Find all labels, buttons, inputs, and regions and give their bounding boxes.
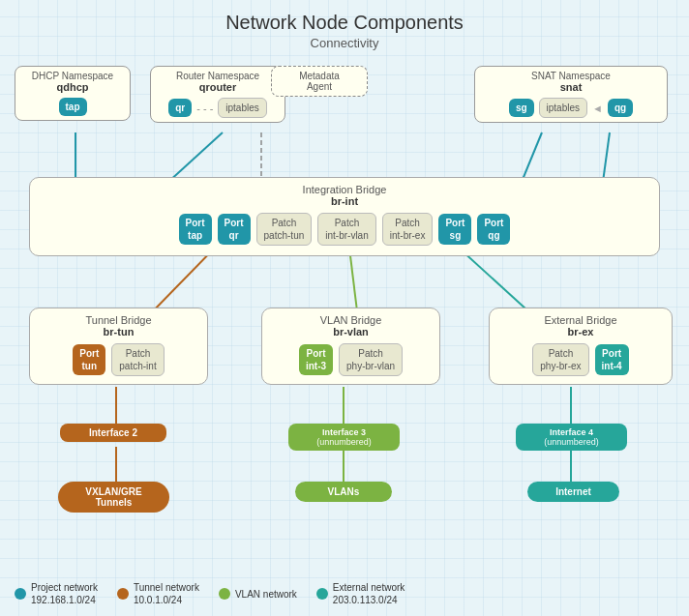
dhcp-namespace: DHCP Namespace qdhcp tap <box>15 66 131 121</box>
router-ns-title: Router Namespace <box>159 71 277 81</box>
qg-port-snat[interactable]: qg <box>608 99 633 117</box>
patch-patch-int[interactable]: Patchpatch-int <box>111 343 164 376</box>
vlan-bridge-name: br-vlan <box>270 326 432 337</box>
project-network-dot <box>15 588 26 600</box>
external-network-dot <box>316 588 328 600</box>
vlans-dest-label: VLANs <box>328 486 360 497</box>
metadata-name: Agent <box>278 81 361 92</box>
port-sg[interactable]: Portsg <box>438 214 471 245</box>
router-ns-name: qrouter <box>159 81 277 93</box>
tunnel-bridge-name: br-tun <box>38 326 199 337</box>
port-int4[interactable]: Portint-4 <box>595 344 629 375</box>
internet-dest: Internet <box>527 482 619 502</box>
port-qr[interactable]: Portqr <box>218 214 251 245</box>
interface2-label: Interface 2 <box>89 427 137 438</box>
tunnel-bridge: Tunnel Bridge br-tun Porttun Patchpatch-… <box>29 308 208 385</box>
tunnel-dest: VXLAN/GRETunnels <box>58 482 169 513</box>
dhcp-ns-title: DHCP Namespace <box>23 71 122 81</box>
external-bridge: External Bridge br-ex Patchphy-br-ex Por… <box>489 308 673 385</box>
vlan-bridge-title: VLAN Bridge <box>270 314 432 326</box>
int-bridge-name: br-int <box>40 195 649 207</box>
router-namespace: Router Namespace qrouter qr - - - iptabl… <box>150 66 285 123</box>
interface-3: Interface 3(unnumbered) <box>288 424 400 451</box>
qr-port[interactable]: qr <box>168 99 192 117</box>
dhcp-ns-name: qdhcp <box>23 81 122 93</box>
port-tap[interactable]: Porttap <box>179 214 212 245</box>
tunnel-network-dot <box>117 588 129 600</box>
project-network-text: Project network192.168.1.0/24 <box>31 581 98 606</box>
patch-int-br-ex[interactable]: Patchint-br-ex <box>382 213 434 246</box>
integration-bridge: Integration Bridge br-int Porttap Portqr… <box>29 177 660 256</box>
interface4-label: Interface 4(unnumbered) <box>544 427 599 447</box>
snat-iptables[interactable]: iptables <box>539 98 587 118</box>
tunnel-dest-label: VXLAN/GRETunnels <box>85 486 141 508</box>
snat-ns-title: SNAT Namespace <box>483 71 659 81</box>
interface-2: Interface 2 <box>60 424 166 442</box>
tunnel-network-text: Tunnel network10.0.1.0/24 <box>134 581 199 606</box>
ext-bridge-name: br-ex <box>497 326 664 337</box>
metadata-agent: Metadata Agent <box>271 66 368 97</box>
ext-bridge-title: External Bridge <box>497 314 664 326</box>
metadata-title: Metadata <box>278 71 361 81</box>
legend-external-network: External network203.0.113.0/24 <box>316 581 404 606</box>
vlans-dest: VLANs <box>295 482 392 502</box>
legend-tunnel-network: Tunnel network10.0.1.0/24 <box>117 581 199 606</box>
port-tun[interactable]: Porttun <box>73 344 105 375</box>
page-subtitle: Connectivity <box>0 36 689 50</box>
patch-phy-br-vlan[interactable]: Patchphy-br-vlan <box>339 343 403 376</box>
patch-patch-tun[interactable]: Patchpatch-tun <box>256 213 313 246</box>
legend-vlan-network: VLAN network <box>219 588 297 601</box>
interface3-label: Interface 3(unnumbered) <box>316 427 372 447</box>
vlan-bridge: VLAN Bridge br-vlan Portint-3 Patchphy-b… <box>261 308 440 385</box>
snat-namespace: SNAT Namespace snat sg iptables ◄ qg <box>474 66 668 123</box>
sg-port[interactable]: sg <box>509 99 534 117</box>
vlan-network-dot <box>219 588 230 600</box>
page-title: Network Node Components <box>0 12 689 34</box>
tunnel-bridge-title: Tunnel Bridge <box>38 314 199 326</box>
internet-dest-label: Internet <box>555 486 591 497</box>
legend-project-network: Project network192.168.1.0/24 <box>15 581 98 606</box>
interface-4: Interface 4(unnumbered) <box>516 424 627 451</box>
external-network-text: External network203.0.113.0/24 <box>333 581 404 606</box>
patch-phy-br-ex[interactable]: Patchphy-br-ex <box>532 343 588 376</box>
patch-int-br-vlan[interactable]: Patchint-br-vlan <box>317 213 375 246</box>
port-int3[interactable]: Portint-3 <box>299 344 333 375</box>
tap-port[interactable]: tap <box>59 98 87 116</box>
legend: Project network192.168.1.0/24 Tunnel net… <box>15 581 404 606</box>
vlan-network-text: VLAN network <box>235 588 297 601</box>
int-bridge-title: Integration Bridge <box>40 184 649 195</box>
snat-ns-name: snat <box>483 81 659 93</box>
port-qg[interactable]: Portqg <box>477 214 510 245</box>
iptables-btn[interactable]: iptables <box>218 98 266 118</box>
